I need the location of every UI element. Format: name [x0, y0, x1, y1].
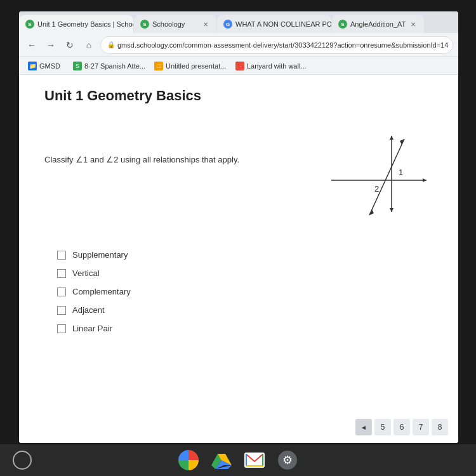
taskbar: ⚙ [0, 444, 476, 476]
chrome-logo [178, 450, 199, 470]
taskbar-circle-button[interactable] [13, 451, 32, 470]
svg-marker-1 [423, 178, 426, 182]
choice-label-linear-pair: Linear Pair [72, 324, 112, 333]
question-text: Classify ∠1 and ∠2 using all relationshi… [44, 117, 281, 231]
bookmark-gmsd[interactable]: 📁 GMSD [24, 60, 64, 72]
choice-vertical[interactable]: Vertical [57, 268, 433, 278]
svg-marker-4 [390, 208, 393, 212]
address-bar-row: ← → ↻ ⌂ 🔒 gmsd.schoology.com/common-asse… [19, 33, 458, 57]
tab-icon-2: S [140, 20, 149, 29]
prev-page-button[interactable]: ◄ [355, 419, 372, 435]
bookmark-label-spanish: 8-27 Spanish Atte... [84, 62, 145, 70]
bookmark-icon-lanyard: 🔖 [235, 62, 244, 70]
bookmark-lanyard[interactable]: 🔖 Lanyard with wall... [232, 60, 308, 72]
tab-label-1: Unit 1 Geometry Basics | Schoo [37, 20, 133, 28]
choice-label-adjacent: Adjacent [72, 305, 105, 315]
tab-google[interactable]: G WHAT A NON COLLINEAR POI ✕ [217, 15, 331, 33]
svg-marker-6 [400, 139, 404, 145]
choice-label-supplementary: Supplementary [72, 250, 128, 260]
choice-label-vertical: Vertical [72, 268, 100, 278]
bookmark-untitled[interactable]: □ Untitled presentat... [150, 60, 227, 72]
choice-linear-pair[interactable]: Linear Pair [57, 324, 433, 333]
reload-button[interactable]: ↻ [62, 37, 77, 53]
svg-rect-16 [246, 465, 263, 466]
angle2-label: 2 [374, 184, 379, 194]
checkbox-adjacent[interactable] [57, 306, 66, 315]
page-content: Unit 1 Geometry Basics Classify ∠1 and ∠… [19, 75, 458, 443]
angle1-label: 1 [399, 168, 403, 177]
tab-close-2[interactable]: ✕ [201, 20, 210, 29]
geometry-diagram: 1 2 [293, 117, 433, 231]
page-7-button[interactable]: 7 [413, 419, 429, 435]
checkbox-complementary[interactable] [57, 288, 66, 296]
tab-icon-3: G [223, 20, 232, 29]
svg-marker-7 [369, 209, 374, 215]
bookmark-label-gmsd: GMSD [39, 62, 60, 70]
page-5-button[interactable]: 5 [374, 419, 391, 435]
choice-complementary[interactable]: Complementary [57, 287, 433, 296]
url-text: gmsd.schoology.com/common-assessment-del… [117, 41, 448, 49]
checkbox-linear-pair[interactable] [57, 324, 66, 333]
checkbox-supplementary[interactable] [57, 251, 66, 260]
tab-icon-4: S [338, 20, 347, 29]
page-8-button[interactable]: 8 [432, 419, 448, 435]
settings-icon[interactable]: ⚙ [277, 450, 298, 470]
svg-rect-14 [246, 454, 247, 466]
bookmark-spanish[interactable]: S 8-27 Spanish Atte... [69, 60, 145, 72]
drive-logo [211, 451, 232, 469]
diagram-svg: 1 2 [293, 117, 433, 231]
chrome-icon[interactable] [178, 450, 199, 470]
tab-angle[interactable]: S AngleAddition_AT ✕ [332, 15, 424, 33]
address-bar[interactable]: 🔒 gmsd.schoology.com/common-assessment-d… [100, 36, 453, 54]
tab-geometry[interactable]: S Unit 1 Geometry Basics | Schoo ✕ [19, 15, 133, 33]
tab-schoology[interactable]: S Schoology ✕ [134, 15, 216, 33]
bookmarks-bar: 📁 GMSD S 8-27 Spanish Atte... □ Untitled… [19, 57, 458, 75]
bookmark-label-lanyard: Lanyard with wall... [247, 62, 307, 70]
svg-marker-3 [390, 136, 393, 140]
browser-window: S Unit 1 Geometry Basics | Schoo ✕ S Sch… [19, 11, 458, 443]
tab-label-2: Schoology [152, 20, 185, 28]
gmail-logo [244, 453, 265, 468]
drive-icon[interactable] [211, 450, 232, 470]
svg-line-5 [369, 139, 404, 215]
tab-label-3: WHAT A NON COLLINEAR POI [235, 20, 331, 28]
home-button[interactable]: ⌂ [81, 37, 96, 53]
lock-icon: 🔒 [107, 41, 115, 48]
tab-bar: S Unit 1 Geometry Basics | Schoo ✕ S Sch… [19, 11, 458, 33]
tab-close-4[interactable]: ✕ [409, 20, 418, 29]
tab-icon-1: S [25, 20, 34, 29]
choice-supplementary[interactable]: Supplementary [57, 250, 433, 260]
pagination-row: ◄ 5 6 7 8 [355, 419, 448, 435]
choice-label-complementary: Complementary [72, 287, 131, 296]
back-button[interactable]: ← [24, 37, 39, 53]
answer-choices: Supplementary Vertical Complementary Adj… [44, 250, 433, 333]
question-area: Classify ∠1 and ∠2 using all relationshi… [44, 117, 433, 231]
choice-adjacent[interactable]: Adjacent [57, 305, 433, 315]
forward-button[interactable]: → [43, 37, 58, 53]
gmail-icon[interactable] [244, 450, 265, 470]
bookmark-icon-gmsd: 📁 [28, 62, 37, 70]
tab-label-4: AngleAddition_AT [350, 20, 406, 28]
bookmark-icon-spanish: S [73, 62, 82, 70]
svg-rect-15 [262, 454, 263, 466]
page-6-button[interactable]: 6 [393, 419, 410, 435]
checkbox-vertical[interactable] [57, 269, 66, 278]
gear-logo: ⚙ [278, 451, 297, 470]
bookmark-label-untitled: Untitled presentat... [166, 62, 226, 70]
bookmark-icon-untitled: □ [154, 62, 163, 70]
page-title: Unit 1 Geometry Basics [44, 88, 433, 104]
